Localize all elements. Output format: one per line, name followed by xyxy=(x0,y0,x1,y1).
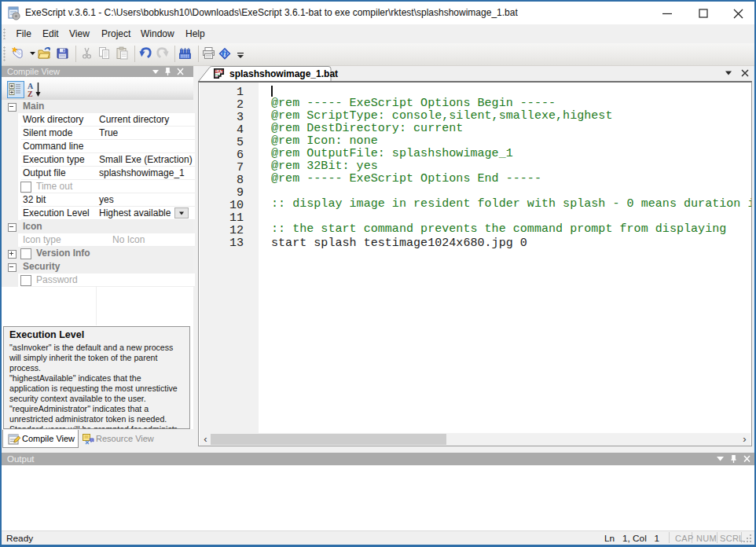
svg-text:BAT: BAT xyxy=(215,69,224,74)
svg-text:Z: Z xyxy=(28,90,33,97)
